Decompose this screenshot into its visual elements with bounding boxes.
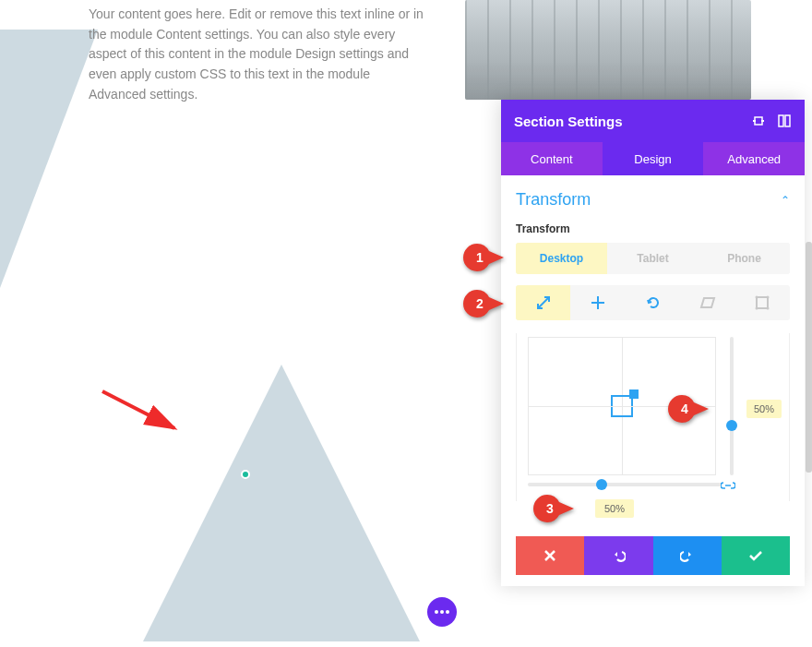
expand-icon[interactable] (751, 114, 766, 128)
scale-tool-icon[interactable] (516, 285, 570, 320)
undo-button[interactable] (584, 536, 652, 575)
vertical-slider[interactable] (730, 337, 734, 475)
section-add-dot[interactable] (241, 470, 250, 479)
tab-content[interactable]: Content (501, 142, 603, 175)
decorative-triangle-top-left (0, 30, 98, 288)
vertical-slider-thumb[interactable] (726, 420, 737, 431)
vertical-value[interactable]: 50% (746, 400, 782, 418)
panel-scrollbar[interactable] (806, 242, 812, 473)
svg-marker-9 (701, 298, 714, 307)
device-phone[interactable]: Phone (699, 243, 790, 274)
hero-image (465, 0, 751, 100)
transform-grid[interactable] (528, 337, 716, 475)
decorative-triangle-main (143, 365, 420, 641)
save-button[interactable] (722, 536, 790, 575)
snap-icon[interactable] (777, 114, 792, 128)
transform-canvas: 50% 50% (516, 333, 790, 501)
svg-rect-5 (785, 115, 790, 126)
svg-point-13 (756, 307, 758, 310)
panel-tabs: Content Design Advanced (501, 142, 805, 175)
svg-rect-10 (757, 297, 768, 308)
device-desktop[interactable]: Desktop (516, 243, 607, 274)
module-placeholder-text: Your content goes here. Edit or remove t… (89, 5, 430, 104)
callout-1: 1 (463, 244, 504, 271)
skew-tool-icon[interactable] (680, 285, 734, 320)
svg-point-12 (767, 296, 770, 299)
responsive-device-tabs: Desktop Tablet Phone (516, 243, 790, 274)
horizontal-value[interactable]: 50% (595, 499, 634, 518)
horizontal-slider-thumb[interactable] (596, 479, 607, 490)
scale-glyph-icon (611, 395, 633, 417)
callout-2: 2 (463, 290, 504, 318)
device-tablet[interactable]: Tablet (607, 243, 699, 274)
chevron-up-icon: ⌃ (781, 194, 790, 207)
svg-point-14 (767, 307, 770, 310)
horizontal-slider[interactable] (528, 483, 722, 486)
translate-tool-icon[interactable] (570, 285, 625, 320)
svg-rect-3 (761, 120, 764, 122)
transform-tool-tabs (516, 285, 790, 320)
svg-rect-1 (755, 117, 762, 125)
field-label-transform: Transform (516, 222, 790, 235)
origin-tool-icon[interactable] (735, 285, 790, 320)
page-options-fab[interactable] (427, 597, 457, 627)
panel-action-row (516, 536, 790, 575)
svg-rect-4 (779, 115, 783, 126)
cancel-button[interactable] (516, 536, 584, 575)
link-values-icon[interactable] (721, 479, 735, 494)
svg-point-11 (756, 296, 758, 299)
svg-line-6 (538, 297, 549, 308)
accordion-title-transform[interactable]: Transform ⌃ (516, 190, 790, 210)
section-settings-panel: Section Settings Content Design Advanced… (501, 100, 805, 586)
tab-advanced[interactable]: Advanced (703, 142, 805, 175)
panel-header: Section Settings (501, 100, 805, 142)
svg-rect-2 (753, 120, 756, 122)
rotate-tool-icon[interactable] (626, 285, 680, 320)
panel-title: Section Settings (514, 114, 623, 129)
accordion-title-text: Transform (516, 190, 591, 210)
redo-button[interactable] (653, 536, 722, 575)
tab-design[interactable]: Design (603, 142, 704, 175)
